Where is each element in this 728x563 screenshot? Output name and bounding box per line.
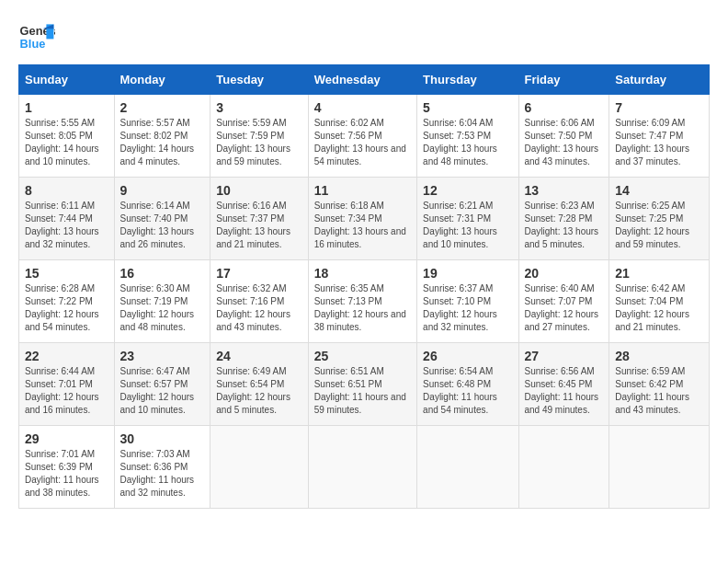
day-number: 30: [120, 431, 205, 446]
column-header-sunday: Sunday: [19, 65, 115, 95]
day-number: 13: [525, 183, 604, 198]
day-info: Sunrise: 6:37 AM Sunset: 7:10 PM Dayligh…: [423, 282, 512, 334]
calendar-cell: 1 Sunrise: 5:55 AM Sunset: 8:05 PM Dayli…: [19, 95, 115, 178]
calendar-cell: 5 Sunrise: 6:04 AM Sunset: 7:53 PM Dayli…: [417, 95, 518, 178]
calendar-week-row: 8 Sunrise: 6:11 AM Sunset: 7:44 PM Dayli…: [19, 178, 710, 260]
day-info: Sunrise: 6:09 AM Sunset: 7:47 PM Dayligh…: [615, 117, 703, 168]
calendar-cell: 16 Sunrise: 6:30 AM Sunset: 7:19 PM Dayl…: [114, 260, 210, 343]
calendar-cell: [518, 426, 609, 509]
calendar-cell: 23 Sunrise: 6:47 AM Sunset: 6:57 PM Dayl…: [114, 343, 210, 426]
day-info: Sunrise: 5:55 AM Sunset: 8:05 PM Dayligh…: [25, 117, 108, 168]
day-number: 4: [314, 100, 411, 115]
day-number: 11: [314, 183, 411, 198]
day-number: 27: [525, 349, 604, 363]
calendar-cell: 14 Sunrise: 6:25 AM Sunset: 7:25 PM Dayl…: [609, 178, 710, 260]
day-info: Sunrise: 5:57 AM Sunset: 8:02 PM Dayligh…: [120, 117, 205, 168]
calendar-cell: 29 Sunrise: 7:01 AM Sunset: 6:39 PM Dayl…: [19, 426, 115, 509]
day-info: Sunrise: 6:54 AM Sunset: 6:48 PM Dayligh…: [423, 365, 512, 417]
calendar-cell: 6 Sunrise: 6:06 AM Sunset: 7:50 PM Dayli…: [518, 95, 609, 178]
day-info: Sunrise: 6:25 AM Sunset: 7:25 PM Dayligh…: [615, 200, 703, 251]
calendar-cell: 21 Sunrise: 6:42 AM Sunset: 7:04 PM Dayl…: [609, 260, 710, 343]
logo-icon: General Blue: [18, 18, 55, 55]
day-number: 5: [423, 100, 512, 115]
day-info: Sunrise: 6:23 AM Sunset: 7:28 PM Dayligh…: [525, 200, 604, 251]
day-info: Sunrise: 6:30 AM Sunset: 7:19 PM Dayligh…: [120, 282, 205, 334]
day-number: 7: [615, 100, 703, 115]
day-info: Sunrise: 6:28 AM Sunset: 7:22 PM Dayligh…: [25, 282, 108, 334]
day-info: Sunrise: 6:32 AM Sunset: 7:16 PM Dayligh…: [216, 282, 301, 334]
day-info: Sunrise: 6:47 AM Sunset: 6:57 PM Dayligh…: [120, 365, 205, 417]
day-number: 2: [120, 100, 205, 115]
day-number: 28: [615, 349, 703, 363]
calendar-cell: 2 Sunrise: 5:57 AM Sunset: 8:02 PM Dayli…: [114, 95, 210, 178]
calendar-cell: [210, 426, 308, 509]
day-info: Sunrise: 6:21 AM Sunset: 7:31 PM Dayligh…: [423, 200, 512, 251]
calendar-cell: 27 Sunrise: 6:56 AM Sunset: 6:45 PM Dayl…: [518, 343, 609, 426]
calendar-week-row: 29 Sunrise: 7:01 AM Sunset: 6:39 PM Dayl…: [19, 426, 710, 509]
day-number: 17: [216, 266, 301, 281]
calendar-cell: [417, 426, 518, 509]
calendar-cell: 3 Sunrise: 5:59 AM Sunset: 7:59 PM Dayli…: [210, 95, 308, 178]
calendar-cell: 13 Sunrise: 6:23 AM Sunset: 7:28 PM Dayl…: [518, 178, 609, 260]
calendar-cell: [308, 426, 416, 509]
day-info: Sunrise: 7:03 AM Sunset: 6:36 PM Dayligh…: [120, 448, 205, 500]
day-info: Sunrise: 6:51 AM Sunset: 6:51 PM Dayligh…: [314, 365, 411, 417]
column-header-monday: Monday: [114, 65, 210, 95]
calendar-cell: 22 Sunrise: 6:44 AM Sunset: 7:01 PM Dayl…: [19, 343, 115, 426]
day-number: 8: [25, 183, 108, 198]
day-number: 23: [120, 349, 205, 363]
day-info: Sunrise: 6:16 AM Sunset: 7:37 PM Dayligh…: [216, 200, 301, 251]
day-number: 3: [216, 100, 301, 115]
calendar-cell: 4 Sunrise: 6:02 AM Sunset: 7:56 PM Dayli…: [308, 95, 416, 178]
day-info: Sunrise: 5:59 AM Sunset: 7:59 PM Dayligh…: [216, 117, 301, 168]
column-header-tuesday: Tuesday: [210, 65, 308, 95]
day-info: Sunrise: 6:44 AM Sunset: 7:01 PM Dayligh…: [25, 365, 108, 417]
day-number: 29: [25, 431, 108, 446]
day-info: Sunrise: 6:49 AM Sunset: 6:54 PM Dayligh…: [216, 365, 301, 417]
column-header-thursday: Thursday: [417, 65, 518, 95]
day-info: Sunrise: 6:11 AM Sunset: 7:44 PM Dayligh…: [25, 200, 108, 251]
day-info: Sunrise: 6:02 AM Sunset: 7:56 PM Dayligh…: [314, 117, 411, 168]
day-info: Sunrise: 6:56 AM Sunset: 6:45 PM Dayligh…: [525, 365, 604, 417]
calendar-week-row: 22 Sunrise: 6:44 AM Sunset: 7:01 PM Dayl…: [19, 343, 710, 426]
calendar-cell: 19 Sunrise: 6:37 AM Sunset: 7:10 PM Dayl…: [417, 260, 518, 343]
calendar-table: SundayMondayTuesdayWednesdayThursdayFrid…: [18, 64, 710, 509]
day-info: Sunrise: 6:18 AM Sunset: 7:34 PM Dayligh…: [314, 200, 411, 251]
day-info: Sunrise: 6:42 AM Sunset: 7:04 PM Dayligh…: [615, 282, 703, 334]
calendar-cell: 30 Sunrise: 7:03 AM Sunset: 6:36 PM Dayl…: [114, 426, 210, 509]
calendar-cell: 20 Sunrise: 6:40 AM Sunset: 7:07 PM Dayl…: [518, 260, 609, 343]
calendar-cell: 9 Sunrise: 6:14 AM Sunset: 7:40 PM Dayli…: [114, 178, 210, 260]
column-header-wednesday: Wednesday: [308, 65, 416, 95]
day-number: 10: [216, 183, 301, 198]
day-number: 19: [423, 266, 512, 281]
column-header-friday: Friday: [518, 65, 609, 95]
logo: General Blue: [18, 18, 55, 55]
day-number: 22: [25, 349, 108, 363]
day-info: Sunrise: 6:59 AM Sunset: 6:42 PM Dayligh…: [615, 365, 703, 417]
day-info: Sunrise: 7:01 AM Sunset: 6:39 PM Dayligh…: [25, 448, 108, 500]
day-number: 25: [314, 349, 411, 363]
calendar-cell: 8 Sunrise: 6:11 AM Sunset: 7:44 PM Dayli…: [19, 178, 115, 260]
day-info: Sunrise: 6:14 AM Sunset: 7:40 PM Dayligh…: [120, 200, 205, 251]
calendar-cell: 7 Sunrise: 6:09 AM Sunset: 7:47 PM Dayli…: [609, 95, 710, 178]
calendar-cell: 26 Sunrise: 6:54 AM Sunset: 6:48 PM Dayl…: [417, 343, 518, 426]
day-number: 12: [423, 183, 512, 198]
calendar-header-row: SundayMondayTuesdayWednesdayThursdayFrid…: [19, 65, 710, 95]
calendar-cell: 25 Sunrise: 6:51 AM Sunset: 6:51 PM Dayl…: [308, 343, 416, 426]
calendar-cell: 12 Sunrise: 6:21 AM Sunset: 7:31 PM Dayl…: [417, 178, 518, 260]
day-number: 14: [615, 183, 703, 198]
calendar-cell: [609, 426, 710, 509]
day-number: 18: [314, 266, 411, 281]
day-info: Sunrise: 6:35 AM Sunset: 7:13 PM Dayligh…: [314, 282, 411, 334]
day-info: Sunrise: 6:04 AM Sunset: 7:53 PM Dayligh…: [423, 117, 512, 168]
day-number: 1: [25, 100, 108, 115]
column-header-saturday: Saturday: [609, 65, 710, 95]
calendar-cell: 24 Sunrise: 6:49 AM Sunset: 6:54 PM Dayl…: [210, 343, 308, 426]
day-number: 20: [525, 266, 604, 281]
svg-text:Blue: Blue: [20, 37, 46, 51]
day-number: 26: [423, 349, 512, 363]
day-number: 9: [120, 183, 205, 198]
calendar-week-row: 15 Sunrise: 6:28 AM Sunset: 7:22 PM Dayl…: [19, 260, 710, 343]
calendar-cell: 10 Sunrise: 6:16 AM Sunset: 7:37 PM Dayl…: [210, 178, 308, 260]
day-number: 6: [525, 100, 604, 115]
